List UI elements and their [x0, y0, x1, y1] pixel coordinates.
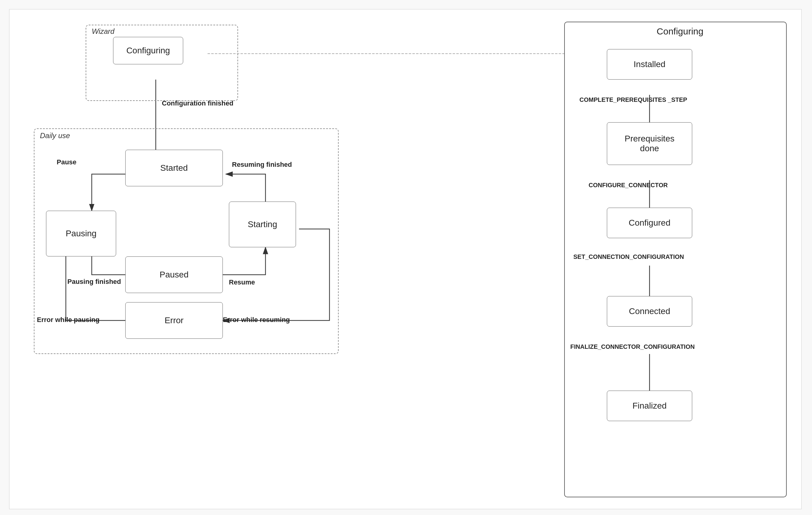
label-error-while-pausing: Error while pausing [37, 316, 99, 324]
diagram-container: Wizard Configuring Daily use Configurati… [9, 9, 802, 509]
label-pause: Pause [57, 158, 77, 166]
state-wizard-configuring: Configuring [113, 37, 183, 64]
daily-use-label: Daily use [40, 132, 70, 140]
state-started: Started [125, 150, 223, 186]
label-complete-prerequisites: COMPLETE_PREREQUISITES _STEP [579, 96, 687, 103]
state-starting: Starting [229, 202, 296, 247]
state-finalized: Finalized [607, 391, 692, 421]
label-set-connection: SET_CONNECTION_CONFIGURATION [573, 253, 684, 260]
label-error-while-resuming: Error while resuming [223, 316, 290, 324]
label-resuming-finished: Resuming finished [232, 161, 292, 169]
label-configuration-finished: Configuration finished [162, 99, 233, 107]
state-pausing: Pausing [46, 211, 116, 256]
state-configured: Configured [607, 208, 692, 238]
label-resume: Resume [229, 278, 255, 286]
label-configure-connector: CONFIGURE_CONNECTOR [588, 182, 668, 189]
wizard-label: Wizard [92, 27, 114, 36]
label-finalize: FINALIZE_CONNECTOR_CONFIGURATION [570, 343, 695, 350]
state-prerequisites-done: Prerequisites done [607, 122, 692, 165]
label-pausing-finished: Pausing finished [67, 278, 121, 286]
state-error: Error [125, 302, 223, 339]
config-panel-title: Configuring [640, 26, 720, 36]
state-paused: Paused [125, 256, 223, 293]
state-installed: Installed [607, 49, 692, 80]
state-connected: Connected [607, 296, 692, 326]
